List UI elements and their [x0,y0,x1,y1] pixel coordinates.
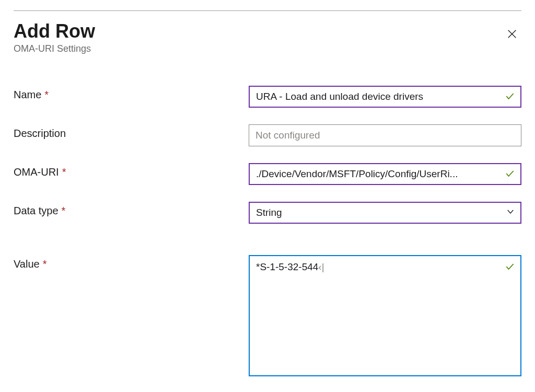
data-type-label: Data type [14,205,59,217]
required-marker: * [43,258,47,270]
value-textarea[interactable]: *S-1-5-32-544‹| [249,255,521,376]
text-cursor: ‹| [318,261,324,272]
page-subtitle: OMA-URI Settings [14,43,95,54]
close-button[interactable] [503,26,521,44]
value-label: Value [14,258,40,270]
required-marker: * [62,166,66,178]
close-icon [506,28,518,42]
description-label: Description [14,128,66,140]
oma-uri-label: OMA-URI [14,166,59,178]
required-marker: * [62,205,66,217]
data-type-value: String [256,207,282,218]
description-input[interactable] [249,124,521,146]
name-input[interactable] [249,86,521,108]
name-label: Name [14,89,41,101]
oma-uri-input[interactable] [249,163,521,185]
data-type-select[interactable]: String [249,202,521,224]
required-marker: * [44,89,49,101]
page-title: Add Row [14,20,95,42]
checkmark-icon [505,261,515,274]
